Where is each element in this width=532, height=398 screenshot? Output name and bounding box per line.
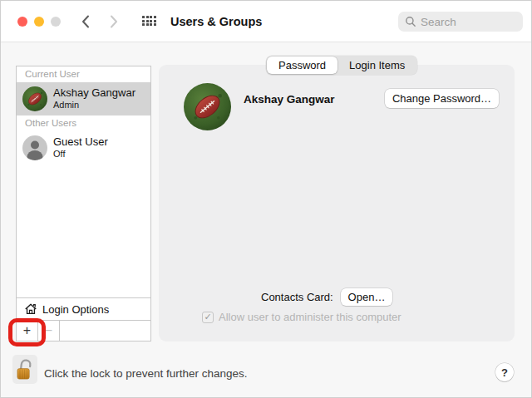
- open-contacts-card-button[interactable]: Open…: [341, 288, 392, 306]
- minimize-window-button[interactable]: [34, 17, 44, 27]
- back-chevron-icon[interactable]: [77, 13, 94, 30]
- users-groups-window: Users & Groups Current User Akshay Gangw…: [0, 0, 532, 398]
- lock-button[interactable]: [12, 355, 37, 384]
- titlebar: Users & Groups: [1, 1, 531, 42]
- sidebar-item-current-user[interactable]: Akshay Gangwar Admin: [17, 82, 150, 115]
- remove-user-button: −: [38, 321, 60, 341]
- add-user-button[interactable]: +: [17, 321, 38, 341]
- guest-avatar: [22, 135, 47, 160]
- football-avatar: [22, 86, 47, 111]
- change-password-button[interactable]: Change Password…: [385, 89, 499, 108]
- admin-checkbox: ✓: [202, 312, 214, 323]
- sidebar-user-name: Akshay Gangwar: [53, 87, 135, 100]
- login-options-button[interactable]: Login Options: [17, 298, 150, 320]
- search-icon: [405, 16, 416, 27]
- admin-checkbox-row: ✓ Allow user to administer this computer: [202, 311, 401, 323]
- sidebar-spacer: [17, 165, 150, 297]
- admin-checkbox-label: Allow user to administer this computer: [219, 311, 401, 323]
- current-user-header: Current User: [17, 66, 150, 82]
- other-users-header: Other Users: [17, 115, 150, 131]
- login-options-label: Login Options: [42, 303, 109, 316]
- unlocked-lock-icon: [15, 357, 35, 381]
- page-title: Users & Groups: [170, 1, 262, 42]
- zoom-window-button-disabled: [51, 17, 61, 27]
- user-list-sidebar: Current User Akshay Gangwar Admin Other …: [16, 66, 151, 341]
- sidebar-item-guest-user[interactable]: Guest User Off: [17, 131, 150, 165]
- sidebar-user-name: Guest User: [53, 136, 108, 149]
- traffic-lights: [17, 17, 61, 27]
- close-window-button[interactable]: [17, 17, 27, 27]
- tab-bar: Password Login Items: [266, 56, 417, 75]
- forward-chevron-icon: [106, 13, 122, 30]
- sidebar-user-status: Off: [53, 149, 108, 160]
- user-full-name: Akshay Gangwar: [244, 93, 335, 106]
- search-input[interactable]: [421, 16, 512, 28]
- show-all-grid-icon[interactable]: [142, 16, 155, 27]
- user-avatar-picture[interactable]: [184, 83, 231, 130]
- sidebar-user-role: Admin: [53, 100, 135, 111]
- contacts-card-label: Contacts Card:: [261, 291, 333, 303]
- home-icon: [24, 302, 37, 316]
- lock-hint-text: Click the lock to prevent further change…: [44, 367, 248, 380]
- help-button[interactable]: ?: [495, 363, 514, 381]
- tab-login-items[interactable]: Login Items: [337, 57, 416, 74]
- sidebar-toolbar: + −: [17, 320, 150, 341]
- search-field[interactable]: [398, 12, 523, 32]
- tab-password[interactable]: Password: [267, 57, 337, 74]
